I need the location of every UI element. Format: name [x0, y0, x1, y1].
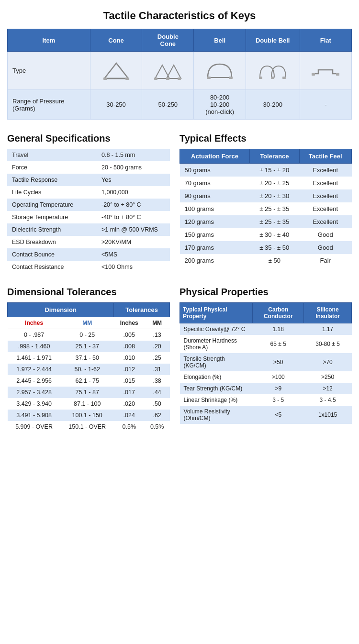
spec-label: Storage Temperature	[7, 211, 97, 223]
phys-carbon: <5	[253, 406, 304, 424]
tolerance: ± 20 - ± 30	[250, 189, 299, 202]
spec-value: 1,000,000	[97, 186, 170, 199]
phys-header-cell: Carbon Conductor	[253, 303, 304, 323]
dim-subheader-cell: MM	[145, 317, 170, 329]
dim-cell: 50. - 1-62	[61, 364, 114, 375]
tolerance: ± 25 - ± 35	[250, 202, 299, 215]
phys-header-cell: Silicone Insulator	[304, 303, 352, 323]
dim-physical-section: Dimensional Tolerances Dimension Toleran…	[7, 287, 352, 433]
dim-row: .998 - 1.46025.1 - 37.008.20	[8, 341, 170, 352]
tactile-header-cone: Cone	[90, 29, 142, 52]
phys-property: Specific Gravity@ 72° C	[180, 323, 253, 335]
dim-cell: .20	[145, 341, 170, 352]
pressure-row-label: Range of Pressure(Grams)	[8, 90, 90, 120]
phys-silicone: >250	[304, 371, 352, 383]
dim-cell: .005	[114, 329, 145, 341]
flat-shape	[300, 52, 351, 90]
dim-row: 1.972 - 2.44450. - 1-62.012.31	[8, 364, 170, 375]
effects-header-cell: Actuation Force	[180, 149, 250, 164]
dim-cell: .008	[114, 341, 145, 352]
typical-effects-section: Typical Effects Actuation ForceTolerance…	[180, 133, 352, 273]
phys-silicone: 3 - 4.5	[304, 394, 352, 406]
cone-shape	[90, 52, 142, 90]
phys-row: Tear Strength (KG/CM)>9>12	[180, 383, 352, 394]
dim-cell: 150.1 - OVER	[61, 421, 114, 433]
double-cone-shape	[142, 52, 194, 90]
dim-cell: 0.5%	[145, 421, 170, 433]
effects-row: 100 grams± 25 - ± 35Excellent	[180, 202, 352, 215]
dim-cell: 2.445 - 2.956	[8, 375, 61, 387]
dim-cell: .44	[145, 387, 170, 398]
tactile-header-double-cone: DoubleCone	[142, 29, 194, 52]
spec-value: -40° to + 80° C	[97, 211, 170, 223]
actuation-force: 170 grams	[180, 241, 250, 254]
effects-row: 90 grams± 20 - ± 30Excellent	[180, 189, 352, 202]
svg-rect-10	[207, 77, 211, 79]
spec-value: -20° to + 80° C	[97, 199, 170, 211]
spec-value: <100 Ohms	[97, 261, 170, 273]
dim-cell: 37.1 - 50	[61, 352, 114, 364]
tolerance: ± 15 - ± 20	[250, 164, 299, 177]
dim-row: 5.909 - OVER150.1 - OVER0.5%0.5%	[8, 421, 170, 433]
spec-label: Contact Bounce	[7, 248, 97, 261]
spec-label: Dielectric Strength	[7, 223, 97, 236]
phys-row: Durometer Hardness (Shore A)65 ± 530-80 …	[180, 335, 352, 353]
svg-rect-7	[166, 78, 169, 80]
phys-carbon: >100	[253, 371, 304, 383]
spec-row: ESD Breakdown>20KV/MM	[7, 236, 170, 248]
phys-carbon: 1.18	[253, 323, 304, 335]
dim-subheader-cell: Inches	[8, 317, 61, 329]
spec-row: Force20 - 500 grams	[7, 161, 170, 174]
dim-cell: .017	[114, 387, 145, 398]
actuation-force: 100 grams	[180, 202, 250, 215]
effects-row: 70 grams± 20 - ± 25Excellent	[180, 177, 352, 189]
general-specs-section: General Specifications Travel0.8 - 1.5 m…	[7, 133, 170, 273]
dim-cell: .015	[114, 375, 145, 387]
tactile-feel: Excellent	[299, 189, 351, 202]
dim-cell: .25	[145, 352, 170, 364]
phys-property: Linear Shrinkage (%)	[180, 394, 253, 406]
page-title: Tactile Characteristics of Keys	[7, 10, 352, 22]
pressure-flat: -	[300, 90, 351, 120]
dim-header-dimension: Dimension	[8, 303, 114, 317]
physical-table: Typical Physical PropertyCarbon Conducto…	[180, 302, 352, 424]
spec-row: Dielectric Strength>1 min @ 500 VRMS	[7, 223, 170, 236]
tactile-feel: Excellent	[299, 202, 351, 215]
dim-cell: 100.1 - 150	[61, 410, 114, 421]
phys-row: Specific Gravity@ 72° C1.181.17	[180, 323, 352, 335]
svg-rect-12	[259, 77, 262, 79]
tactile-header-item: Item	[8, 29, 90, 52]
dim-cell: 0.5%	[114, 421, 145, 433]
effects-row: 200 grams± 50Fair	[180, 254, 352, 267]
dimensional-table: Dimension Tolerances InchesMMInchesMM 0 …	[7, 302, 170, 433]
type-row-label: Type	[8, 52, 90, 90]
tolerance: ± 25 - ± 35	[250, 215, 299, 228]
svg-rect-16	[336, 73, 339, 76]
spec-value: 20 - 500 grams	[97, 161, 170, 174]
phys-carbon: 65 ± 5	[253, 335, 304, 353]
spec-label: Contact Resistance	[7, 261, 97, 273]
svg-rect-15	[312, 73, 315, 76]
dim-row: 1.461 - 1.97137.1 - 50.010.25	[8, 352, 170, 364]
svg-rect-2	[103, 78, 107, 80]
dim-header-tolerances: Tolerances	[114, 303, 170, 317]
pressure-bell: 80-20010-200(non-click)	[194, 90, 246, 120]
tolerance: ± 20 - ± 25	[250, 177, 299, 189]
svg-rect-6	[154, 78, 157, 80]
effects-row: 150 grams± 30 - ± 40Good	[180, 228, 352, 241]
dim-cell: .50	[145, 398, 170, 410]
dim-cell: .024	[114, 410, 145, 421]
tactile-header-flat: Flat	[300, 29, 351, 52]
dim-row: 3.491 - 5.908100.1 - 150.024.62	[8, 410, 170, 421]
phys-property: Volume Resistivity (Ohm/CM)	[180, 406, 253, 424]
actuation-force: 150 grams	[180, 228, 250, 241]
actuation-force: 90 grams	[180, 189, 250, 202]
spec-label: Travel	[7, 149, 97, 161]
typical-effects-title: Typical Effects	[180, 133, 352, 144]
phys-row: Elongation (%)>100>250	[180, 371, 352, 383]
physical-properties-title: Physical Properties	[180, 287, 352, 298]
dim-cell: 1.461 - 1.971	[8, 352, 61, 364]
dim-cell: 3.429 - 3.940	[8, 398, 61, 410]
dim-cell: 0 - .987	[8, 329, 61, 341]
dim-cell: .012	[114, 364, 145, 375]
